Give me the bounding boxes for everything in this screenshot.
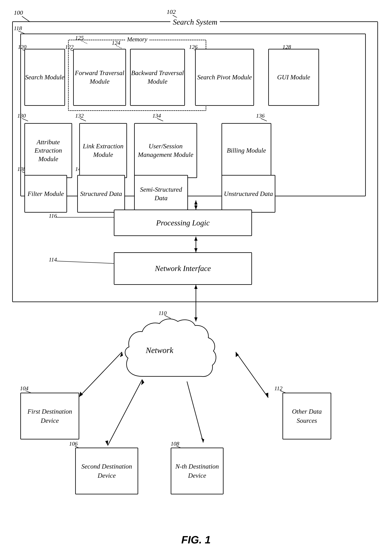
svg-text:108: 108	[171, 440, 179, 447]
other-sources-box: Other Data Sources	[282, 393, 331, 439]
search-pivot-box: Search Pivot Module	[195, 49, 254, 106]
svg-text:100: 100	[14, 9, 23, 16]
network-interface-box: Network Interface	[114, 252, 252, 285]
unstructured-data-box: Unstructured Data	[222, 175, 275, 213]
forward-traversal-label: Forward Traversal Module	[74, 69, 125, 86]
svg-marker-48	[194, 317, 197, 321]
processing-logic-box: Processing Logic	[114, 209, 252, 236]
svg-marker-54	[79, 392, 83, 397]
forward-traversal-box: Forward Traversal Module	[73, 49, 126, 106]
svg-line-60	[236, 352, 268, 398]
second-destination-box: Second Destination Device	[75, 448, 138, 494]
second-destination-label: Second Destination Device	[76, 462, 138, 480]
svg-marker-59	[201, 438, 204, 443]
unstructured-data-label: Unstructured Data	[224, 190, 273, 198]
svg-marker-56	[141, 379, 144, 385]
first-destination-label: First Destination Device	[21, 407, 79, 425]
svg-marker-53	[120, 352, 123, 357]
svg-text:Network: Network	[146, 346, 174, 355]
svg-marker-62	[265, 393, 268, 398]
svg-marker-1	[24, 17, 29, 20]
semi-structured-box: Semi-Structured Data	[134, 175, 188, 213]
attribute-extraction-label: Attribute Extraction Module	[25, 138, 71, 163]
structured-data-box: Structured Data	[77, 175, 125, 213]
svg-line-55	[108, 379, 142, 446]
backward-traversal-box: Backward Traversal Module	[130, 49, 185, 106]
first-destination-box: First Destination Device	[20, 393, 79, 439]
svg-text:102: 102	[167, 8, 176, 15]
gui-module-label: GUI Module	[277, 73, 310, 82]
backward-traversal-label: Backward Traversal Module	[131, 69, 184, 86]
svg-marker-57	[105, 440, 108, 446]
svg-text:110: 110	[159, 310, 167, 316]
svg-line-58	[187, 381, 203, 443]
user-session-label: User/Session Management Module	[135, 142, 196, 159]
semi-structured-label: Semi-Structured Data	[135, 185, 187, 202]
svg-line-2	[22, 16, 30, 22]
search-pivot-label: Search Pivot Module	[197, 73, 252, 82]
filter-module-label: Filter Module	[28, 190, 64, 198]
figure-label: FIG. 1	[181, 534, 210, 546]
search-module-box: Search Module	[24, 49, 65, 106]
structured-data-label: Structured Data	[80, 190, 122, 198]
svg-text:106: 106	[69, 440, 78, 447]
svg-text:112: 112	[274, 385, 282, 391]
nth-destination-label: N-th Destination Device	[171, 462, 223, 480]
other-sources-label: Other Data Sources	[283, 407, 331, 425]
memory-label: Memory	[125, 36, 149, 43]
svg-line-51	[165, 315, 171, 318]
billing-module-box: Billing Module	[222, 123, 271, 178]
svg-text:104: 104	[20, 385, 28, 391]
filter-module-box: Filter Module	[24, 175, 67, 213]
billing-module-label: Billing Module	[227, 146, 266, 155]
nth-destination-box: N-th Destination Device	[171, 448, 224, 494]
network-interface-label: Network Interface	[155, 264, 211, 273]
link-extraction-box: Link Extraction Module	[79, 123, 127, 178]
user-session-box: User/Session Management Module	[134, 123, 197, 178]
gui-module-box: GUI Module	[268, 49, 319, 106]
svg-line-52	[79, 352, 122, 397]
svg-marker-61	[236, 352, 239, 357]
search-module-label: Search Module	[25, 73, 64, 82]
attribute-extraction-box: Attribute Extraction Module	[24, 123, 72, 178]
search-system-label: Search System	[170, 17, 220, 26]
diagram: 100 102 118 120 122 124 125 126 128 130 …	[0, 0, 392, 554]
link-extraction-label: Link Extraction Module	[80, 142, 126, 159]
processing-logic-label: Processing Logic	[156, 218, 210, 227]
